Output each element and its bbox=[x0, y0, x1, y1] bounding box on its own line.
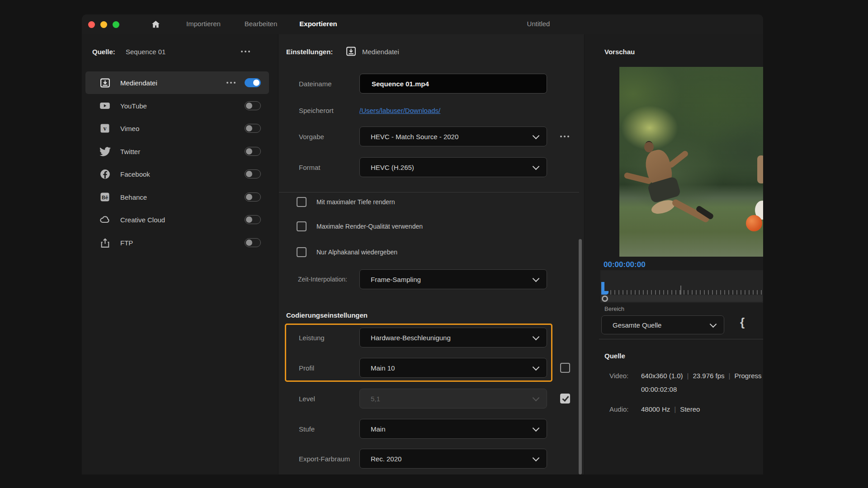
profile-dropdown[interactable]: Main 10 bbox=[359, 358, 547, 378]
behance-icon: Bē bbox=[99, 191, 111, 203]
in-out-points-icon[interactable]: { bbox=[740, 315, 745, 329]
performance-label: Leistung bbox=[299, 334, 325, 342]
location-link[interactable]: /Users/labuser/Downloads/ bbox=[359, 107, 440, 114]
sidebar-item-behance[interactable]: Bē Behance bbox=[85, 186, 269, 208]
max-depth-checkbox[interactable] bbox=[297, 197, 307, 207]
sidebar-item-twitter[interactable]: Twitter bbox=[85, 140, 269, 163]
alpha-only-checkbox[interactable] bbox=[297, 247, 307, 257]
settings-scrollbar[interactable] bbox=[579, 239, 582, 474]
twitter-toggle[interactable] bbox=[245, 147, 261, 156]
video-scan: Progress bbox=[734, 372, 761, 380]
media-file-icon bbox=[99, 77, 111, 89]
settings-header-value: Mediendatei bbox=[362, 48, 399, 56]
profile-override-checkbox[interactable] bbox=[560, 363, 570, 373]
color-space-value: Rec. 2020 bbox=[371, 455, 401, 463]
performance-value: Hardware-Beschleunigung bbox=[371, 334, 451, 342]
zoom-window-button[interactable] bbox=[113, 21, 119, 28]
youtube-toggle[interactable] bbox=[245, 101, 261, 110]
level-dropdown: 5,1 bbox=[359, 389, 547, 408]
alpha-only-label: Nur Alphakanal wiedergeben bbox=[316, 249, 397, 256]
sidebar-item-mediendatei[interactable]: Mediendatei bbox=[85, 71, 269, 94]
sidebar-item-facebook[interactable]: Facebook bbox=[85, 163, 269, 185]
playhead-handle[interactable] bbox=[602, 296, 608, 302]
video-info-label: Video: bbox=[609, 372, 628, 380]
max-render-quality-checkbox[interactable] bbox=[297, 221, 307, 231]
video-fps: 23.976 fps bbox=[693, 372, 724, 380]
sidebar-item-label: Creative Cloud bbox=[120, 216, 165, 224]
behance-toggle[interactable] bbox=[245, 192, 261, 202]
playhead-marker-foot bbox=[601, 291, 609, 295]
format-value: HEVC (H.265) bbox=[371, 164, 414, 171]
home-icon[interactable] bbox=[151, 19, 161, 31]
time-interpolation-label: Zeit-Interpolation: bbox=[298, 276, 347, 283]
color-space-label: Export-Farbraum bbox=[299, 455, 350, 463]
sidebar-item-ftp[interactable]: FTP bbox=[85, 231, 269, 254]
chevron-down-icon bbox=[710, 321, 717, 328]
preset-more-options-icon[interactable] bbox=[560, 136, 562, 137]
playhead-timecode[interactable]: 00:00:00:00 bbox=[604, 260, 646, 269]
twitter-icon bbox=[99, 145, 111, 157]
creative-cloud-toggle[interactable] bbox=[245, 215, 261, 224]
filename-input[interactable]: Sequence 01.mp4 bbox=[359, 74, 547, 94]
video-info-line1: 640x360 (1.0)|23.976 fps|Progress bbox=[641, 372, 761, 380]
range-dropdown[interactable]: Gesamte Quelle bbox=[601, 315, 724, 334]
svg-text:v: v bbox=[104, 125, 107, 132]
tier-dropdown[interactable]: Main bbox=[359, 419, 547, 439]
audio-info-line: 48000 Hz|Stereo bbox=[641, 405, 700, 413]
preset-label: Vorgabe bbox=[299, 133, 324, 141]
format-dropdown[interactable]: HEVC (H.265) bbox=[359, 157, 547, 177]
document-title: Untitled bbox=[527, 20, 550, 28]
chevron-down-icon bbox=[533, 333, 540, 341]
sidebar-item-label: FTP bbox=[120, 239, 133, 247]
source-more-options-icon[interactable] bbox=[241, 51, 243, 52]
sidebar-item-label: YouTube bbox=[120, 102, 147, 110]
encoding-section-title: Codierungseinstellungen bbox=[286, 311, 368, 319]
svg-text:Bē: Bē bbox=[102, 195, 108, 200]
filename-value: Sequence 01.mp4 bbox=[372, 80, 429, 88]
chevron-down-icon bbox=[533, 163, 540, 170]
range-label: Bereich bbox=[604, 305, 624, 312]
media-file-icon bbox=[345, 46, 357, 59]
minimize-window-button[interactable] bbox=[100, 21, 107, 28]
mediendatei-toggle[interactable] bbox=[245, 78, 261, 87]
audio-info-label: Audio: bbox=[609, 405, 629, 413]
color-space-dropdown[interactable]: Rec. 2020 bbox=[359, 449, 547, 469]
youtube-icon bbox=[99, 100, 111, 112]
section-divider bbox=[279, 192, 579, 192]
time-interpolation-dropdown[interactable]: Frame-Sampling bbox=[359, 269, 547, 289]
facebook-toggle[interactable] bbox=[245, 169, 261, 178]
sidebar-item-label: Mediendatei bbox=[120, 79, 157, 87]
video-duration: 00:00:02:08 bbox=[641, 385, 677, 393]
destination-more-options-icon[interactable] bbox=[226, 82, 228, 84]
sidebar-item-youtube[interactable]: YouTube bbox=[85, 94, 269, 117]
preset-dropdown[interactable]: HEVC - Match Source - 2020 bbox=[359, 127, 547, 146]
tab-bearbeiten[interactable]: Bearbeiten bbox=[245, 20, 278, 28]
max-render-quality-label: Maximale Render-Qualität verwenden bbox=[316, 223, 423, 230]
audio-rate: 48000 Hz bbox=[641, 405, 670, 413]
vimeo-toggle[interactable] bbox=[245, 124, 261, 133]
tab-exportieren[interactable]: Exportieren bbox=[299, 20, 337, 28]
sidebar-item-vimeo[interactable]: v Vimeo bbox=[85, 117, 269, 140]
max-depth-label: Mit maximaler Tiefe rendern bbox=[316, 198, 395, 206]
creative-cloud-icon bbox=[99, 214, 111, 225]
performance-dropdown[interactable]: Hardware-Beschleunigung bbox=[359, 328, 547, 347]
format-label: Format bbox=[299, 164, 321, 171]
settings-header-label: Einstellungen: bbox=[286, 48, 333, 56]
close-window-button[interactable] bbox=[88, 21, 95, 28]
ftp-toggle[interactable] bbox=[245, 238, 261, 247]
chevron-down-icon bbox=[533, 132, 540, 140]
level-override-checkbox[interactable] bbox=[560, 394, 570, 404]
preview-divider bbox=[599, 339, 763, 339]
sidebar-item-label: Twitter bbox=[120, 148, 140, 155]
source-label: Quelle: bbox=[92, 48, 115, 56]
tab-importieren[interactable]: Importieren bbox=[186, 20, 221, 28]
profile-label: Profil bbox=[299, 364, 314, 372]
separator: | bbox=[687, 372, 689, 380]
level-value: 5,1 bbox=[371, 395, 380, 403]
sidebar-item-label: Facebook bbox=[120, 170, 150, 178]
chevron-down-icon bbox=[533, 275, 540, 282]
timeline-scrollbar[interactable] bbox=[601, 295, 763, 302]
sidebar-item-creative-cloud[interactable]: Creative Cloud bbox=[85, 208, 269, 231]
tier-label: Stufe bbox=[299, 425, 315, 433]
location-label: Speicherort bbox=[299, 107, 334, 114]
